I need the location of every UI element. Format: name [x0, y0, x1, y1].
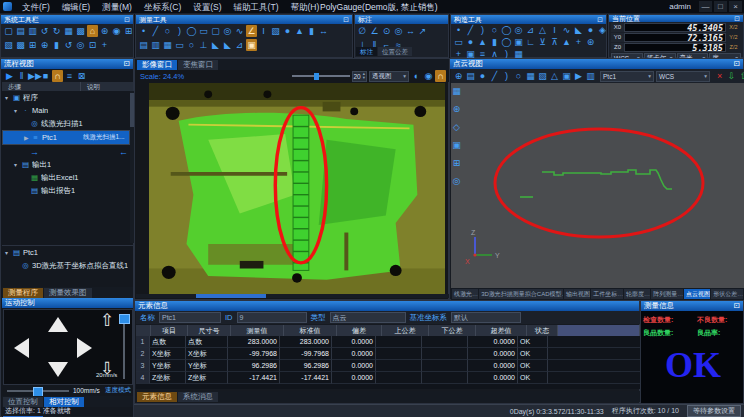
cloud-export-icon[interactable]: ⇧ — [738, 70, 744, 82]
pin-icon[interactable]: ⊡ — [343, 15, 349, 24]
tile-windows-icon[interactable]: ▩ — [15, 39, 26, 51]
annot-leader-icon[interactable]: ↗ — [417, 25, 428, 37]
layout-icon[interactable]: ⊞ — [123, 25, 133, 37]
annot-circle-icon[interactable]: ◎ — [393, 25, 404, 37]
rotate-view-icon[interactable]: ↺ — [63, 39, 74, 51]
cloud-circle-icon[interactable]: ○ — [513, 70, 524, 82]
probe-icon[interactable]: ▮ — [51, 39, 62, 51]
combine-scan3-icon[interactable]: ▦ — [162, 39, 173, 51]
tab-measure-program[interactable]: 测量程序 — [3, 288, 43, 298]
tree-item[interactable]: ◎线激光扫描1 — [2, 117, 130, 130]
export-icon[interactable]: ▧ — [3, 39, 14, 51]
side-layer-icon[interactable]: ▣ — [451, 139, 462, 151]
speed-slider-thumb[interactable] — [119, 314, 130, 324]
jog-left-button[interactable] — [14, 338, 29, 358]
feed-slider-track[interactable] — [7, 390, 69, 392]
construct-ball-icon[interactable]: ● — [465, 36, 476, 48]
measure-ellipse-icon[interactable]: ◯ — [186, 25, 197, 37]
construct-oval-icon[interactable]: ◯ — [501, 36, 512, 48]
construct-mirror-icon[interactable]: ⊼ — [549, 36, 560, 48]
tab-system-message[interactable]: 系统消息 — [178, 392, 218, 402]
spin-down-icon[interactable]: ▾ — [363, 76, 365, 80]
construct-wedge-icon[interactable]: ⊿ — [525, 24, 536, 36]
add-window-icon[interactable]: + — [99, 39, 110, 51]
construct-project-icon[interactable]: ∟ — [525, 36, 536, 48]
cloud-view-left-icon[interactable]: ▥ — [585, 70, 596, 82]
display-mode-select[interactable]: 透视图 ▾ — [369, 71, 409, 82]
construct-arc-icon[interactable]: ) — [477, 24, 488, 36]
tree-item[interactable]: ▾▤输出1 — [2, 158, 130, 171]
construct-intersect-icon[interactable]: ⊻ — [537, 36, 548, 48]
tree-item[interactable]: ▦输出Excel1 — [2, 171, 130, 184]
measure-cone-icon[interactable]: ▲ — [294, 25, 305, 37]
measure-angle-icon[interactable]: ∠ — [246, 25, 257, 37]
cloud-arc-icon[interactable]: ) — [501, 70, 512, 82]
brush-icon[interactable]: ◣ — [210, 39, 221, 51]
region-circle-icon[interactable]: ○ — [186, 39, 197, 51]
close-button[interactable]: × — [729, 1, 742, 12]
jog-down-button[interactable] — [48, 362, 68, 377]
combine-scan2-icon[interactable]: ▥ — [150, 39, 161, 51]
menu-item[interactable]: 辅助工具(T) — [228, 0, 285, 14]
region-rect-icon[interactable]: ▭ — [174, 39, 185, 51]
pin-icon[interactable]: ⊡ — [734, 15, 740, 22]
cloud-coordsys-select[interactable]: WCS▾ — [656, 71, 710, 82]
cloud-view-right-icon[interactable]: ▨ — [597, 70, 598, 82]
frame-icon[interactable]: ⊡ — [87, 39, 98, 51]
cloud-pan-icon[interactable]: ⊕ — [453, 70, 464, 82]
datum-input[interactable]: 默认 — [451, 312, 521, 323]
tree-item[interactable]: ▾▣程序 — [2, 91, 130, 104]
measure-point-icon[interactable]: • — [138, 25, 149, 37]
speed-mode-link[interactable]: 速度模式 — [105, 386, 133, 395]
pause-icon[interactable]: ‖ — [16, 70, 27, 82]
part-home-icon[interactable]: ⌂ — [87, 25, 98, 37]
table-row[interactable]: 3Y坐标Y坐标96.298696.29860.00000.0000OK — [136, 360, 640, 372]
settings-gear-icon[interactable]: ⊛ — [99, 25, 110, 37]
tab-zoom-window[interactable]: 变焦窗口 — [178, 60, 218, 70]
pin-icon[interactable]: ⊡ — [124, 59, 130, 69]
measure-line-icon[interactable]: ╱ — [150, 25, 161, 37]
close-program-icon[interactable]: ⊠ — [76, 70, 87, 82]
camera-image-viewport[interactable] — [149, 83, 445, 295]
run-icon[interactable]: ▶ — [4, 70, 15, 82]
construct-line-icon[interactable]: ╱ — [465, 24, 476, 36]
name-input[interactable]: Ptc1 — [159, 312, 221, 323]
construct-rect-icon[interactable]: ▭ — [453, 36, 464, 48]
pin-icon[interactable]: ⊡ — [734, 59, 740, 69]
step-run-icon[interactable]: ▶▶ — [28, 70, 39, 82]
construct-slope-icon[interactable]: ◣ — [573, 24, 584, 36]
tab-element-info[interactable]: 元素信息 — [137, 392, 177, 402]
tab-measure-effect[interactable]: 测量效果图 — [44, 288, 92, 298]
measure-circle-icon[interactable]: ○ — [162, 25, 173, 37]
tab-image-window[interactable]: 影像窗口 — [137, 60, 177, 70]
open-program-icon[interactable]: ▤ — [15, 25, 26, 37]
tree-item[interactable]: →← — [2, 145, 130, 158]
tab-annotation[interactable]: 标注 — [356, 47, 377, 56]
construct-ellipse-icon[interactable]: ◯ — [501, 24, 512, 36]
exposure-slider[interactable] — [292, 75, 350, 77]
construct-move-icon[interactable]: + — [573, 36, 584, 48]
tree-item[interactable]: ▤输出报告1 — [2, 184, 130, 197]
side-settings-icon[interactable]: ⊛ — [451, 103, 462, 115]
table-row[interactable]: 1点数点数283.0000283.00000.00000.0000OK — [136, 336, 640, 348]
cloud-view-box-icon[interactable]: ▣ — [561, 70, 572, 82]
pin-icon[interactable]: ⊡ — [597, 15, 603, 24]
undo-icon[interactable]: ↺ — [39, 25, 50, 37]
jog-z-up-button[interactable]: ⇧ — [100, 312, 114, 329]
feed-slider-thumb[interactable] — [33, 387, 43, 397]
lock-icon[interactable]: ∩ — [52, 70, 63, 82]
construct-frame-icon[interactable]: ▣ — [513, 36, 524, 48]
cloud-delete-icon[interactable]: × — [714, 70, 725, 82]
speed-slider-track[interactable] — [123, 315, 125, 379]
jog-right-button[interactable] — [77, 338, 92, 358]
pin-icon[interactable]: ⊡ — [124, 15, 130, 24]
measure-cylinder-icon[interactable]: ▮ — [306, 25, 317, 37]
construct-circle-icon[interactable]: ○ — [489, 24, 500, 36]
tab-profile-tol[interactable]: 轮廓度… — [624, 289, 650, 299]
combine-scan-icon[interactable]: ▤ — [138, 39, 149, 51]
construct-rotate-icon[interactable]: ⊛ — [585, 36, 596, 48]
construct-pierce-icon[interactable]: ▲ — [561, 36, 572, 48]
measure-ring-icon[interactable]: ◎ — [222, 25, 233, 37]
view-split-icon[interactable]: ◐ — [411, 70, 422, 82]
hourglass-icon[interactable]: ▣ — [246, 39, 257, 51]
